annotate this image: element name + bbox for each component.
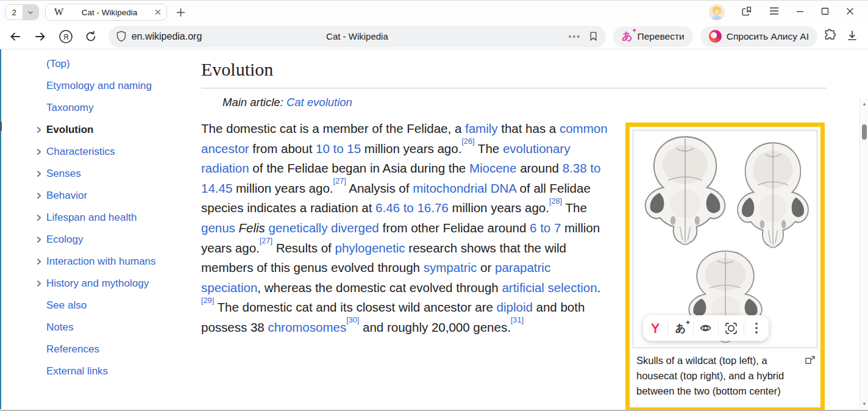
tab-bar: 2 W Cat - Wikipedia <box>0 1 868 24</box>
yandex-logo-button[interactable] <box>647 320 664 337</box>
maximize-button[interactable] <box>820 7 830 18</box>
article-link[interactable]: artificial selection <box>502 281 597 295</box>
section-expand-chevron-icon[interactable] <box>34 234 46 245</box>
ask-alice-button[interactable]: Спросить Алису AI <box>700 26 817 47</box>
scroll-up-arrow[interactable]: ▲ <box>860 99 868 108</box>
toc-item: Taxonomy <box>0 97 201 119</box>
enlarge-icon[interactable] <box>805 353 815 368</box>
section-expand-chevron-icon[interactable] <box>34 146 46 157</box>
toc-item: (Top) <box>0 53 201 75</box>
article-link[interactable]: phylogenetic <box>335 241 405 255</box>
toc-item: Senses <box>0 163 201 185</box>
alice-icon <box>709 30 722 43</box>
article-link[interactable]: 6.46 to 16.76 <box>375 201 449 215</box>
toc-item-label[interactable]: See also <box>46 299 87 312</box>
browser-tab[interactable]: W Cat - Wikipedia <box>45 4 167 21</box>
tab-close-icon[interactable] <box>154 9 162 16</box>
toc-item-label[interactable]: Lifespan and health <box>46 212 137 224</box>
profile-avatar[interactable] <box>709 4 725 20</box>
toc-item-label[interactable]: (Top) <box>46 58 70 70</box>
image-search-button[interactable] <box>722 320 739 337</box>
scrollbar-thumb[interactable] <box>862 124 867 140</box>
article-link[interactable]: mitochondrial DNA <box>413 181 516 195</box>
article-link[interactable]: 8.38 to 14.45 <box>201 161 600 195</box>
toc-item: Interaction with humans <box>0 251 201 273</box>
section-heading: Evolution <box>201 59 827 80</box>
image-overlay-toolbar: あ✦ <box>643 315 769 341</box>
skulls-image[interactable]: あ✦ <box>633 130 817 348</box>
url-text[interactable]: en.wikipedia.org <box>132 31 202 42</box>
toolbar-divider <box>718 322 719 334</box>
toc-item-label[interactable]: Taxonomy <box>46 102 93 114</box>
highlighted-figure: あ✦ <box>625 123 825 411</box>
article-link[interactable]: sympatric <box>424 260 477 274</box>
address-more-icon[interactable]: ••• <box>568 32 581 41</box>
close-button[interactable] <box>845 7 855 18</box>
article-link[interactable]: 10 to 15 <box>316 141 361 155</box>
site-security-shield-icon[interactable] <box>116 30 127 42</box>
scroll-down-arrow[interactable]: ▼ <box>860 399 868 408</box>
downloads-icon[interactable] <box>846 29 858 44</box>
tab-list-chevron-button[interactable] <box>23 5 38 20</box>
article-link[interactable]: genus <box>201 221 235 235</box>
toc-item-label[interactable]: Senses <box>46 168 81 180</box>
section-expand-chevron-icon[interactable] <box>34 168 46 179</box>
menu-icon[interactable] <box>769 6 780 18</box>
side-panels-icon[interactable] <box>741 5 753 20</box>
translate-button[interactable]: あ✦ Перевести <box>613 26 693 47</box>
toc-item-label[interactable]: History and mythology <box>46 277 149 290</box>
section-expand-chevron-icon[interactable] <box>34 190 46 201</box>
forward-button[interactable] <box>30 26 50 47</box>
reference-link[interactable]: [30] <box>346 315 359 324</box>
toolbar-divider <box>667 322 668 334</box>
article-link[interactable]: parapatric speciation <box>201 260 550 295</box>
toc-item-label[interactable]: External links <box>46 365 108 377</box>
new-tab-button[interactable] <box>176 7 186 18</box>
browser-window: 2 W Cat - Wikipedia <box>0 0 868 411</box>
article-link[interactable]: chromosomes <box>268 320 346 334</box>
extensions-icon[interactable] <box>824 29 836 44</box>
toc-item-label[interactable]: Evolution <box>46 124 93 136</box>
toc-item-label[interactable]: Etymology and naming <box>46 80 152 92</box>
section-expand-chevron-icon[interactable] <box>34 256 46 267</box>
article-link[interactable]: 6 to 7 <box>530 221 561 235</box>
bookmark-icon[interactable] <box>588 30 599 42</box>
reference-link[interactable]: [31] <box>511 315 524 324</box>
image-translate-button[interactable]: あ✦ <box>672 320 689 337</box>
table-of-contents: (Top) Etymology and naming <box>0 53 201 382</box>
view-image-button[interactable] <box>697 320 714 337</box>
minimize-button[interactable] <box>795 7 805 18</box>
toc-item: Lifespan and health <box>0 207 201 229</box>
page-content: (Top) Etymology and naming <box>0 49 868 410</box>
article-link[interactable]: family <box>465 121 498 135</box>
yandex-start-icon[interactable]: Я <box>55 26 76 47</box>
article-link[interactable]: diploid <box>497 300 533 314</box>
article-link[interactable]: Cat evolution <box>286 96 352 109</box>
toc-item-label[interactable]: Ecology <box>46 234 83 246</box>
section-expand-chevron-icon[interactable] <box>34 124 46 135</box>
wikipedia-favicon: W <box>54 7 63 18</box>
reference-link[interactable]: [27] <box>333 176 346 185</box>
toc-item-label[interactable]: Characteristics <box>46 146 115 158</box>
toc-item: External links <box>0 360 201 382</box>
section-expand-chevron-icon[interactable] <box>34 278 46 289</box>
reference-link[interactable]: [27] <box>260 236 272 245</box>
image-more-button[interactable] <box>748 320 765 337</box>
article-link[interactable]: Miocene <box>469 161 517 175</box>
reference-link[interactable]: [26] <box>461 137 474 146</box>
toc-item-label[interactable]: Behavior <box>46 190 87 202</box>
address-bar[interactable]: en.wikipedia.org Cat - Wikipedia ••• <box>108 26 606 48</box>
toc-item-label[interactable]: Notes <box>46 321 73 334</box>
toc-item-label[interactable]: References <box>46 343 99 356</box>
reference-link[interactable]: [28] <box>549 196 562 206</box>
toc-item: Characteristics <box>0 141 201 163</box>
toc-item-label[interactable]: Interaction with humans <box>46 256 156 268</box>
plus-icon <box>176 7 186 18</box>
vertical-scrollbar[interactable]: ▲ ▼ <box>859 98 868 409</box>
article-link[interactable]: genetically diverged <box>269 221 379 235</box>
reference-link[interactable]: [29] <box>201 296 214 305</box>
refresh-icon[interactable] <box>80 26 101 47</box>
section-expand-chevron-icon[interactable] <box>34 212 46 223</box>
back-button[interactable] <box>5 26 25 47</box>
tab-count-button[interactable]: 2 <box>5 5 23 20</box>
